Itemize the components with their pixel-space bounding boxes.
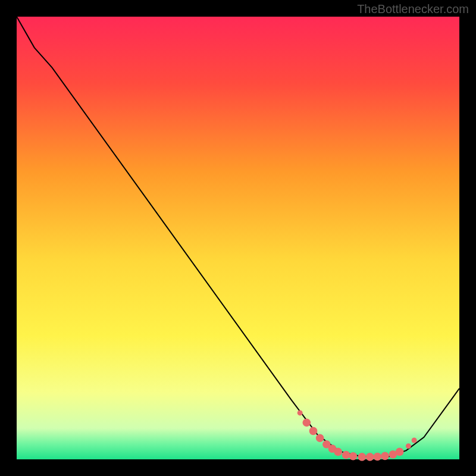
data-marker xyxy=(349,452,358,461)
chart-container: TheBottlenecker.com xyxy=(0,0,476,476)
data-marker xyxy=(358,453,367,461)
data-marker xyxy=(366,453,374,461)
data-marker xyxy=(298,410,303,415)
chart-svg xyxy=(0,0,476,476)
data-marker xyxy=(396,448,404,456)
data-marker xyxy=(374,453,382,461)
data-marker xyxy=(303,418,311,427)
data-marker xyxy=(309,427,318,436)
plot-background xyxy=(17,17,459,459)
data-marker xyxy=(412,438,417,443)
watermark-text: TheBottlenecker.com xyxy=(357,2,469,16)
data-marker xyxy=(316,434,324,442)
data-marker xyxy=(334,448,342,456)
data-marker xyxy=(406,443,411,449)
data-marker xyxy=(342,451,350,459)
data-marker xyxy=(381,452,389,461)
